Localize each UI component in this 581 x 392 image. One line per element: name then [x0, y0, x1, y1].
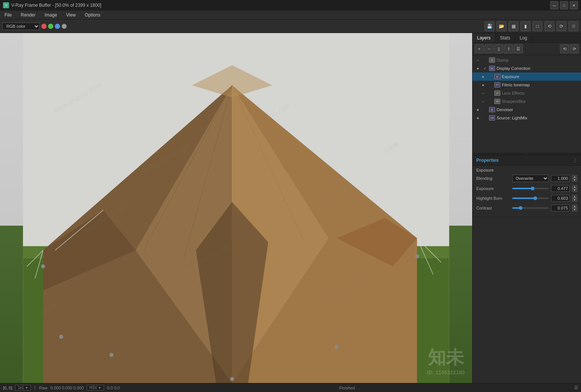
- layer-eye-filmic[interactable]: ●: [480, 82, 486, 88]
- exposure-value[interactable]: [551, 185, 570, 192]
- blue-channel-dot[interactable]: [55, 24, 60, 29]
- highlight-burn-step-down[interactable]: ▼: [572, 198, 577, 202]
- tab-log[interactable]: Log: [515, 34, 532, 42]
- layer-sharpen-blur[interactable]: ● SB Sharpen/Blur: [473, 97, 581, 106]
- layer-denoiser[interactable]: ● D Denoiser: [473, 106, 581, 114]
- layer-eye-sharpen[interactable]: ●: [480, 98, 486, 104]
- region-button[interactable]: □: [533, 21, 542, 31]
- tab-layers[interactable]: Layers: [473, 34, 495, 42]
- add-layer-button[interactable]: +: [475, 44, 484, 53]
- layer-check-display-correction[interactable]: ✓: [482, 66, 488, 71]
- layer-check-sharpen[interactable]: [488, 99, 493, 104]
- history-fwd-button[interactable]: ⟳: [557, 21, 566, 31]
- highlight-burn-track: [512, 198, 549, 199]
- tab-stats[interactable]: Stats: [495, 34, 515, 42]
- color-mode-select[interactable]: RGB color Alpha Luminance: [2, 23, 40, 30]
- contrast-value[interactable]: [551, 205, 570, 211]
- layer-display-correction[interactable]: ● ✓ DC Display Correction: [473, 64, 581, 72]
- highlight-burn-label: Highlight Burn: [476, 196, 510, 201]
- list-view-button[interactable]: ☰: [514, 44, 523, 53]
- redo-button[interactable]: ⟳: [570, 44, 579, 53]
- layer-eye-stamp[interactable]: ●: [475, 57, 481, 63]
- alpha-channel-dot[interactable]: [62, 24, 67, 29]
- highlight-burn-slider[interactable]: [512, 195, 549, 201]
- properties-expand-button[interactable]: ⋮: [573, 158, 577, 163]
- blending-step-up[interactable]: ▲: [572, 175, 577, 178]
- svg-point-20: [59, 335, 63, 339]
- properties-panel: Properties ⋮ Exposure Blending Overwrite…: [473, 155, 581, 217]
- highlight-burn-step-up[interactable]: ▲: [572, 195, 577, 198]
- move-up-button[interactable]: ⇧: [504, 44, 513, 53]
- tent-svg: www.znzmo.com www.znzmo.com www.znzmo.co…: [0, 33, 472, 383]
- layer-check-lens[interactable]: [488, 90, 493, 96]
- menu-image[interactable]: Image: [42, 12, 59, 18]
- layer-eye-display-correction[interactable]: ●: [475, 65, 481, 71]
- close-button[interactable]: ✕: [570, 1, 578, 9]
- layer-eye-exposure[interactable]: ●: [480, 74, 486, 80]
- contrast-step-down[interactable]: ▼: [572, 208, 577, 211]
- menu-view[interactable]: View: [64, 12, 78, 18]
- history-back-button[interactable]: ⟲: [545, 21, 554, 31]
- layer-check-filmic[interactable]: [488, 82, 493, 87]
- status-sampling[interactable]: 1x1 ▼: [15, 385, 31, 390]
- layer-eye-lens[interactable]: ●: [480, 90, 486, 96]
- layer-eye-denoiser[interactable]: ●: [475, 107, 481, 113]
- highlight-burn-value[interactable]: [551, 195, 570, 202]
- blending-stepper[interactable]: ▲ ▼: [572, 175, 577, 182]
- status-coords: [0, 0]: [3, 386, 12, 390]
- exposure-step-down[interactable]: ▼: [572, 188, 577, 192]
- load-image-button[interactable]: 📂: [497, 21, 506, 31]
- layer-source-lightmix[interactable]: ● LM Source: LightMix: [473, 114, 581, 122]
- exposure-slider[interactable]: [512, 185, 549, 191]
- color-mode-dropdown-icon[interactable]: ▼: [98, 386, 101, 390]
- duplicate-layer-button[interactable]: ▯: [494, 44, 503, 53]
- highlight-burn-thumb[interactable]: [533, 196, 537, 200]
- status-values: 0.000 0.000 0.000: [50, 386, 84, 390]
- delete-layer-button[interactable]: −: [485, 44, 494, 53]
- layer-eye-lightmix[interactable]: ●: [475, 115, 481, 121]
- maximize-button[interactable]: □: [560, 1, 568, 9]
- toolbar: RGB color Alpha Luminance 💾 📂 ▦ ▮ □ ⟲ ⟳ …: [0, 20, 581, 33]
- layer-name-stamp: Stamp: [497, 58, 579, 62]
- menu-file[interactable]: File: [2, 12, 14, 18]
- layer-check-stamp[interactable]: [482, 57, 488, 63]
- section-title-exposure: Exposure: [476, 168, 577, 172]
- layer-check-lightmix[interactable]: [482, 115, 488, 121]
- green-channel-dot[interactable]: [48, 24, 53, 29]
- contrast-step-up[interactable]: ▲: [572, 205, 577, 208]
- layer-lens-effects[interactable]: ● LE Lens Effects: [473, 89, 581, 97]
- highlight-burn-stepper[interactable]: ▲ ▼: [572, 195, 577, 202]
- blending-step-down[interactable]: ▼: [572, 178, 577, 182]
- undo-button[interactable]: ⟲: [560, 44, 569, 53]
- contrast-slider[interactable]: [512, 205, 549, 211]
- red-channel-dot[interactable]: [41, 24, 47, 29]
- layer-stamp[interactable]: ● S Stamp: [473, 56, 581, 64]
- blending-numeric[interactable]: [551, 175, 570, 182]
- layers-toolbar: + − ▯ ⇧ ☰ ⟲ ⟳: [473, 43, 581, 55]
- lens-button[interactable]: ☉: [569, 21, 578, 31]
- sampling-dropdown-icon[interactable]: ▼: [25, 386, 28, 390]
- menu-options[interactable]: Options: [83, 12, 102, 18]
- contrast-label: Contrast: [476, 206, 510, 210]
- save-image-button[interactable]: 💾: [485, 21, 494, 31]
- compare-button[interactable]: ▮: [521, 21, 530, 31]
- blending-select[interactable]: Overwrite Add Multiply: [512, 175, 549, 182]
- menu-render[interactable]: Render: [18, 12, 38, 18]
- layer-filmic-tonemap[interactable]: ● FT Filmic tonemap: [473, 81, 581, 89]
- exposure-step-up[interactable]: ▲: [572, 185, 577, 188]
- layers-panel-button[interactable]: ▦: [509, 21, 518, 31]
- contrast-stepper[interactable]: ▲ ▼: [572, 205, 577, 211]
- status-color-mode[interactable]: HSV ▼: [87, 385, 104, 390]
- svg-point-18: [110, 353, 114, 357]
- exposure-thumb[interactable]: [531, 187, 534, 190]
- status-menu-button[interactable]: ☰: [574, 385, 578, 390]
- exposure-stepper[interactable]: ▲ ▼: [572, 185, 577, 192]
- title-bar-controls[interactable]: — □ ✕: [550, 1, 578, 9]
- layer-exposure[interactable]: ● E Exposure: [473, 72, 581, 81]
- contrast-thumb[interactable]: [519, 206, 522, 210]
- layer-check-exposure[interactable]: [488, 74, 493, 79]
- viewport[interactable]: www.znzmo.com www.znzmo.com www.znzmo.co…: [0, 33, 472, 383]
- minimize-button[interactable]: —: [550, 1, 558, 9]
- layer-check-denoiser[interactable]: [482, 107, 488, 112]
- layer-icon-stamp: S: [489, 57, 495, 63]
